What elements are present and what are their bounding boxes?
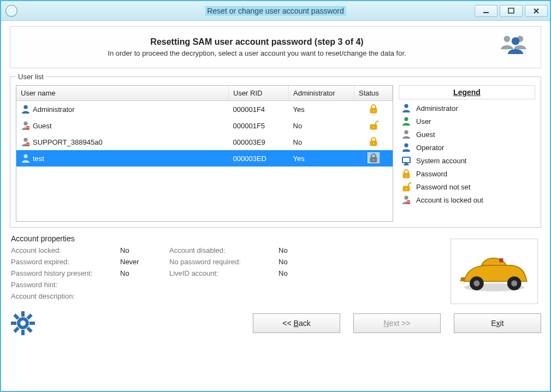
col-rid[interactable]: User RID: [229, 86, 289, 101]
cell-rid: 000003ED: [229, 150, 289, 167]
minimize-button[interactable]: [475, 5, 497, 17]
svg-point-16: [473, 281, 479, 287]
col-admin[interactable]: Administrator: [289, 86, 354, 101]
legend-item: Password not set: [399, 180, 535, 193]
app-window: Reset or change user account password Re…: [0, 0, 551, 392]
next-button[interactable]: Next >>: [353, 313, 441, 333]
title-bar: Reset or change user account password: [1, 1, 550, 21]
svg-rect-23: [29, 322, 35, 325]
step-description: In order to proceed the decryption, sele…: [18, 49, 496, 57]
legend-icon: [401, 103, 412, 113]
users-icon: [496, 32, 533, 62]
value-liveid: No: [279, 269, 328, 277]
legend-panel: Legend AdministratorUserGuestOperatorSys…: [399, 85, 535, 222]
maximize-button[interactable]: [500, 5, 523, 17]
table-row[interactable]: test000003EDYes: [16, 150, 393, 167]
label-account-description: Account description:: [11, 292, 328, 300]
legend-icon: [401, 142, 412, 152]
footer-bar: << Back Next >> Exit: [10, 306, 541, 336]
cell-admin: No: [289, 134, 354, 150]
svg-rect-20: [21, 311, 25, 317]
svg-rect-26: [13, 313, 19, 319]
svg-rect-10: [483, 12, 489, 13]
content-area: Resetting SAM user account password (ste…: [1, 21, 550, 391]
exit-button[interactable]: Exit: [454, 313, 541, 333]
legend-label: Password: [416, 170, 447, 178]
car-icon: [453, 241, 535, 301]
cell-username: SUPPORT_388945a0: [33, 138, 103, 146]
legend-title: Legend: [399, 85, 535, 99]
minimize-icon: [482, 7, 490, 15]
label-password-expired: Password expired:: [11, 258, 120, 266]
label-account-disabled: Account disabled:: [169, 246, 279, 254]
lock-icon: [368, 103, 380, 114]
lock-icon: [368, 152, 380, 163]
legend-item: Password: [399, 167, 535, 180]
svg-rect-27: [26, 326, 32, 332]
label-account-locked: Account locked:: [11, 246, 120, 254]
value-account-disabled: No: [279, 246, 328, 254]
legend-icon: [401, 116, 412, 126]
settings-gear-icon[interactable]: [10, 310, 36, 336]
window-controls: [475, 5, 550, 17]
back-button[interactable]: << Back: [253, 313, 340, 333]
label-liveid: LiveID account:: [169, 269, 279, 277]
user-table[interactable]: User name User RID Administrator Status …: [16, 85, 393, 222]
cell-admin: Yes: [289, 101, 354, 118]
user-list-group: User list User name User RID Administrat…: [10, 73, 541, 228]
close-button[interactable]: [525, 5, 548, 17]
lock-icon: [368, 120, 380, 130]
legend-icon: [401, 182, 412, 192]
legend-label: Guest: [416, 130, 435, 139]
user-type-icon: [21, 153, 31, 163]
legend-icon: [401, 169, 412, 179]
account-properties: Account properties Account locked: No Ac…: [10, 232, 541, 301]
svg-point-18: [511, 281, 517, 287]
lock-icon: [368, 136, 380, 147]
svg-rect-12: [403, 150, 410, 152]
legend-item: Administrator: [399, 102, 535, 115]
cell-username: test: [33, 155, 44, 163]
cell-rid: 000003E9: [229, 134, 289, 150]
step-header: Resetting SAM user account password (ste…: [10, 26, 541, 68]
label-password-hint: Password hint:: [11, 281, 328, 289]
legend-label: Account is locked out: [416, 196, 483, 204]
table-row[interactable]: SUPPORT_388945a0000003E9No: [16, 134, 393, 150]
value-nopass-required: No: [279, 258, 328, 266]
svg-rect-25: [13, 326, 19, 332]
legend-icon: [401, 129, 412, 139]
maximize-icon: [507, 7, 515, 15]
user-type-icon: [21, 137, 31, 147]
svg-point-19: [19, 319, 27, 328]
legend-item: System account: [399, 154, 535, 167]
cell-rid: 000001F4: [229, 101, 289, 118]
legend-item: Operator: [399, 141, 535, 154]
legend-label: Password not set: [416, 183, 471, 191]
label-password-history: Password history present:: [11, 269, 120, 277]
cell-admin: No: [289, 117, 354, 134]
user-list-legend: User list: [16, 73, 46, 81]
legend-item: Account is locked out: [399, 193, 535, 206]
svg-rect-14: [499, 258, 503, 262]
legend-label: System account: [416, 157, 467, 165]
svg-rect-11: [508, 8, 514, 13]
col-username[interactable]: User name: [16, 86, 229, 101]
cell-username: Guest: [33, 122, 52, 130]
table-row[interactable]: Administrator000001F4Yes: [16, 101, 393, 118]
svg-rect-21: [21, 330, 25, 335]
app-icon: [5, 5, 17, 17]
legend-label: User: [416, 117, 431, 126]
svg-rect-22: [11, 322, 16, 325]
table-row[interactable]: Guest000001F5No: [16, 117, 393, 134]
cell-admin: Yes: [289, 150, 354, 167]
step-title: Resetting SAM user account password (ste…: [18, 37, 496, 47]
value-password-history: No: [120, 269, 169, 277]
legend-icon: [401, 156, 412, 165]
legend-label: Administrator: [416, 104, 458, 112]
col-status[interactable]: Status: [354, 86, 393, 101]
user-type-icon: [21, 104, 31, 114]
svg-rect-24: [26, 313, 32, 319]
window-title: Reset or change user account password: [205, 6, 346, 16]
account-avatar: [451, 239, 538, 304]
legend-label: Operator: [416, 144, 444, 152]
